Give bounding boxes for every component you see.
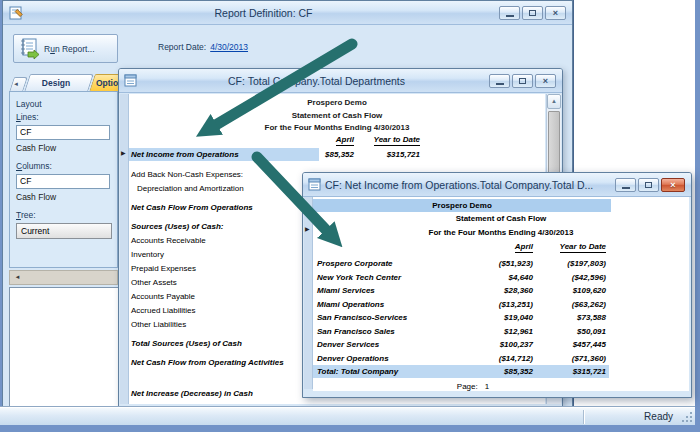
row-label: San Francisco-Services <box>317 311 407 324</box>
minimize-button[interactable] <box>615 178 636 192</box>
row-label: Miami Operations <box>317 298 384 311</box>
report-date: Report Date:4/30/2013 <box>158 42 248 52</box>
close-button[interactable]: × <box>545 6 566 20</box>
minimize-icon <box>506 15 514 17</box>
detail-report-window: CF: Net Income from Operations.Total Com… <box>302 172 692 398</box>
line-label: Prepaid Expenses <box>131 264 196 273</box>
row-april-value: ($14,712) <box>463 352 533 365</box>
maximize-icon <box>519 78 526 84</box>
column-ytd: Year to Date <box>560 242 606 253</box>
report-period: For the Four Months Ending 4/30/2013 <box>313 226 689 240</box>
lines-field[interactable]: CF <box>16 125 110 140</box>
report-date-link[interactable]: 4/30/2013 <box>210 42 248 52</box>
tab-scroll-left-button[interactable]: ◄ <box>9 77 23 92</box>
maximize-button[interactable] <box>638 178 659 192</box>
row-april-value: $19,040 <box>463 311 533 324</box>
summary-titlebar[interactable]: CF: Total Company.Total Departments × <box>119 69 562 93</box>
line-label: Sources (Uses) of Cash: <box>131 222 223 231</box>
report-row[interactable]: Total: Total Company $85,352 $315,721 <box>313 365 689 379</box>
line-label: Accounts Payable <box>131 292 195 301</box>
maximize-icon <box>529 10 536 16</box>
scroll-left-icon[interactable]: ◄ <box>10 271 25 284</box>
line-label: Add Back Non-Cash Expenses: <box>131 170 243 179</box>
report-row[interactable]: Miami Services $28,360 $109,620 <box>313 284 689 298</box>
row-april-value: $100,237 <box>463 338 533 351</box>
window-title: Report Definition: CF <box>33 1 494 25</box>
lines-label: Lines: <box>16 112 117 122</box>
selected-header-row[interactable]: Prospero Demo <box>313 199 689 212</box>
row-ytd-value: ($42,596) <box>536 271 606 284</box>
tree-dropdown[interactable]: Current <box>16 223 112 239</box>
minimize-icon <box>496 83 504 85</box>
row-ytd-value: $73,588 <box>536 311 606 324</box>
row-label: New York Tech Center <box>317 271 401 284</box>
row-marker-gutter: ▶ <box>120 94 129 404</box>
selected-row-marker-icon: ▶ <box>305 225 310 232</box>
report-date-label: Report Date: <box>158 42 206 52</box>
selected-row-marker-icon: ▶ <box>121 149 126 156</box>
report-definition-titlebar[interactable]: Report Definition: CF × <box>3 1 572 25</box>
report-row[interactable]: New York Tech Center $4,640 ($42,596) <box>313 271 689 285</box>
column-april: April <box>515 242 533 253</box>
maximize-button[interactable] <box>522 6 543 20</box>
tab-options[interactable]: Options <box>89 74 118 92</box>
row-ytd-value: ($71,360) <box>536 352 606 365</box>
report-row[interactable]: Denver Operations ($14,712) ($71,360) <box>313 352 689 366</box>
report-definition-icon <box>8 5 24 21</box>
resize-grip[interactable] <box>690 420 692 422</box>
columns-field[interactable]: CF <box>16 174 110 189</box>
minimize-button[interactable] <box>489 74 510 88</box>
line-label: Other Assets <box>131 278 177 287</box>
layout-label: Layout <box>16 99 117 109</box>
line-label: Net Cash Flow from Operating Activities <box>131 358 284 367</box>
minimize-button[interactable] <box>499 6 520 20</box>
report-row[interactable]: San Francisco Sales $12,961 $50,091 <box>313 325 689 339</box>
row-ytd-value: $457,445 <box>536 338 606 351</box>
report-statement: Statement of Cash Flow <box>313 212 689 226</box>
report-row[interactable]: Miami Operations ($13,251) ($63,262) <box>313 298 689 312</box>
close-button[interactable]: × <box>661 178 685 192</box>
lines-description: Cash Flow <box>16 143 117 153</box>
column-april: April <box>336 135 354 146</box>
run-report-button[interactable]: Run Report... <box>13 34 118 63</box>
line-label: Net Cash Flow From Operations <box>131 203 253 212</box>
selected-report-row[interactable]: Net Income from Operations $85,352 $315,… <box>129 148 545 162</box>
close-button[interactable]: × <box>535 74 556 88</box>
report-period: For the Four Months Ending 4/30/2013 <box>129 122 545 135</box>
tab-scroll-left-icon: ◄ <box>9 77 23 92</box>
row-april-value: ($51,923) <box>463 257 533 270</box>
page-number: 1 <box>485 382 489 391</box>
report-icon <box>308 178 321 191</box>
maximize-button[interactable] <box>512 74 533 88</box>
row-marker-gutter: ▶ <box>304 197 313 389</box>
detail-row-list: Prospero Corporate ($51,923) ($197,803) … <box>313 257 689 379</box>
panel-horizontal-scrollbar[interactable]: ◄ <box>9 270 118 285</box>
run-report-label: Run Report... <box>44 44 95 54</box>
run-report-icon <box>18 38 40 60</box>
detail-titlebar[interactable]: CF: Net Income from Operations.Total Com… <box>303 173 691 197</box>
report-row[interactable]: San Francisco-Services $19,040 $73,588 <box>313 311 689 325</box>
tab-design[interactable]: Design <box>24 74 88 92</box>
report-row[interactable]: Prospero Corporate ($51,923) ($197,803) <box>313 257 689 271</box>
close-icon: × <box>670 181 675 190</box>
report-row[interactable]: Denver Services $100,237 $457,445 <box>313 338 689 352</box>
design-panel: Layout Lines: CF Cash Flow Columns: CF C… <box>9 91 118 268</box>
page-indicator: Page:1 <box>313 382 633 391</box>
columns-label: Columns: <box>16 161 117 171</box>
column-headers: April Year to Date <box>129 135 545 147</box>
line-label: Depreciation and Amortization <box>137 184 244 193</box>
scroll-up-icon[interactable]: ▲ <box>547 94 561 109</box>
report-company: Prospero Demo <box>313 199 611 212</box>
tab-options-label: Options <box>89 74 118 92</box>
row-label: Total: Total Company <box>317 365 398 378</box>
maximize-icon <box>645 182 652 188</box>
row-ytd-value: ($197,803) <box>536 257 606 270</box>
row-label: Net Income from Operations <box>131 148 239 161</box>
column-headers: April Year to Date <box>313 242 689 254</box>
row-april-value: $85,352 <box>463 365 533 378</box>
close-icon: × <box>553 9 558 18</box>
minimize-icon <box>622 187 630 189</box>
summary-window-title: CF: Total Company.Total Departments <box>149 69 484 93</box>
row-label: San Francisco Sales <box>317 325 395 338</box>
detail-report-body: Prospero Demo Statement of Cash Flow For… <box>313 197 689 391</box>
